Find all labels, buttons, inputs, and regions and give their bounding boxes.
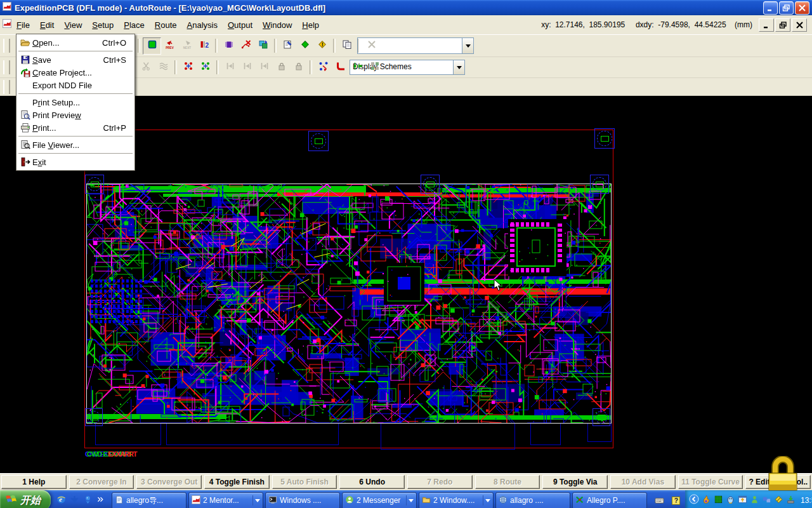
file-menu-item-export-ndd-file[interactable]: Export NDD File <box>17 79 134 91</box>
file-menu-item-exit[interactable]: Exit <box>17 156 134 168</box>
lock-2-button <box>290 60 307 76</box>
coordinate-readout: xy: 12.7146, 185.90195 dxdy: -79.4598, 4… <box>541 20 759 29</box>
menu-edit[interactable]: Edit <box>35 18 59 32</box>
fill-display-button[interactable] <box>143 37 161 55</box>
system-tray: 13:54 <box>685 490 812 508</box>
split-view-button[interactable]: 2 <box>195 38 213 54</box>
restore-button[interactable] <box>779 1 794 15</box>
function-key-4[interactable]: 4 Toggle Finish <box>204 475 270 489</box>
x-gray-icon <box>367 39 377 52</box>
copy-button[interactable] <box>338 38 355 54</box>
help-icon[interactable]: ? <box>668 493 683 508</box>
hazard-marker-button[interactable]: ! <box>313 38 331 54</box>
grid-green-icon[interactable] <box>714 495 723 507</box>
person-green-icon[interactable] <box>750 495 759 507</box>
task-label: 2 Mentor... <box>203 496 250 505</box>
dropdown-arrow-icon[interactable] <box>462 38 473 53</box>
start-button[interactable]: 开始 <box>0 490 51 508</box>
task-button[interactable]: 2 Window.... <box>419 492 494 508</box>
mentor-icon <box>192 495 200 506</box>
task-button[interactable]: 2 Mentor... <box>188 492 263 508</box>
swap-layers-button[interactable] <box>254 38 272 54</box>
part-editor-button[interactable] <box>220 38 237 54</box>
task-button[interactable]: allagro .... <box>495 492 570 508</box>
toolbar-grip[interactable] <box>3 80 10 94</box>
language-bar: ? <box>652 493 683 508</box>
task-button[interactable]: Allegro P.... <box>572 492 647 508</box>
print-preview-icon <box>18 110 32 120</box>
toolbar-grip[interactable] <box>3 39 10 53</box>
minimize-button[interactable] <box>763 1 778 15</box>
grid-toggle-button[interactable] <box>366 60 383 76</box>
pcb-canvas[interactable] <box>87 184 611 423</box>
move-components-red-button[interactable] <box>180 60 197 76</box>
file-menu-item-create-project[interactable]: Create Project... <box>17 66 134 79</box>
mounting-hole <box>85 408 103 426</box>
task-group-arrow-icon[interactable] <box>252 495 260 505</box>
mdi-restore-button[interactable] <box>775 18 790 32</box>
prev-button[interactable]: PREV <box>161 38 178 54</box>
menu-route[interactable]: Route <box>150 18 182 32</box>
tune-net-button[interactable] <box>315 60 332 76</box>
task-group-arrow-icon[interactable] <box>483 495 490 505</box>
keyboard-icon[interactable] <box>652 493 667 508</box>
function-key-9[interactable]: 9 Toggle Via <box>542 475 608 489</box>
menu-window[interactable]: Window <box>258 18 297 32</box>
task-group-arrow-icon[interactable] <box>406 495 414 505</box>
file-menu-item-file-viewer[interactable]: File Viewer... <box>17 138 134 151</box>
function-key-6[interactable]: 6 Undo <box>339 475 405 489</box>
puzzle-icon[interactable] <box>762 495 771 507</box>
board-outline <box>86 184 612 424</box>
mdi-minimize-button[interactable] <box>759 18 774 32</box>
move-green-icon <box>200 61 211 74</box>
menu-view[interactable]: View <box>59 18 87 32</box>
properties-button[interactable] <box>279 38 296 54</box>
menu-place[interactable]: Place <box>119 18 150 32</box>
menu-separator <box>18 51 133 51</box>
download-icon[interactable] <box>786 495 796 507</box>
download-arrow-icon[interactable] <box>70 495 79 507</box>
toolbar-grip[interactable] <box>3 60 10 74</box>
messenger-bird-icon[interactable] <box>83 495 93 507</box>
menu-help[interactable]: Help <box>297 18 324 32</box>
delete-nets-button[interactable] <box>237 38 254 54</box>
task-button[interactable]: 2 Messenger <box>342 492 417 508</box>
lock-1-button <box>273 60 290 76</box>
menu-separator <box>18 93 133 94</box>
task-button[interactable]: Windows .... <box>265 492 340 508</box>
menu-output[interactable]: Output <box>223 18 258 32</box>
flame-icon[interactable] <box>702 495 711 507</box>
pen-diamond-icon[interactable] <box>774 495 783 507</box>
menu-setup[interactable]: Setup <box>87 18 119 32</box>
file-menu-item-print-setup[interactable]: Print Setup... <box>17 96 134 109</box>
move-components-green-button[interactable] <box>197 60 214 76</box>
task-button[interactable]: allegro导... <box>112 492 187 508</box>
qq-icon[interactable] <box>726 495 735 507</box>
messenger-icon <box>345 495 354 506</box>
expeditionpcb-window: ExpeditionPCB (DFL mode) - AutoRoute - [… <box>0 0 812 508</box>
document-system-icon[interactable] <box>3 19 11 30</box>
chevron-left-icon[interactable] <box>689 494 699 507</box>
menu-analysis[interactable]: Analysis <box>182 18 223 32</box>
corner-route-button[interactable] <box>332 60 349 76</box>
review-marker-button[interactable] <box>296 38 313 54</box>
close-button[interactable] <box>795 1 809 15</box>
via-route-button[interactable] <box>349 60 366 76</box>
update-icon[interactable] <box>738 495 747 507</box>
mdi-close-button[interactable] <box>792 18 807 32</box>
menu-item-label: Save <box>32 55 103 65</box>
internet-explorer-icon[interactable]: e <box>56 495 66 507</box>
file-menu-item-print-preview[interactable]: Print Preview <box>17 109 134 121</box>
menu-file[interactable]: File <box>11 18 35 32</box>
file-menu-item-save[interactable]: SaveCtrl+S <box>17 53 134 66</box>
printer-icon <box>18 123 32 133</box>
mounting-hole <box>85 175 104 194</box>
via-green-icon <box>353 61 363 74</box>
overflow-icon[interactable] <box>96 495 105 506</box>
menu-item-label: Export NDD File <box>32 81 126 90</box>
file-menu-item-open[interactable]: Open...Ctrl+O <box>17 36 134 49</box>
exit-door-icon <box>18 157 32 167</box>
function-key-1[interactable]: 1 Help <box>1 475 67 489</box>
dropdown-arrow-icon[interactable] <box>453 60 464 74</box>
file-menu-item-print[interactable]: Print...Ctrl+P <box>17 121 134 134</box>
